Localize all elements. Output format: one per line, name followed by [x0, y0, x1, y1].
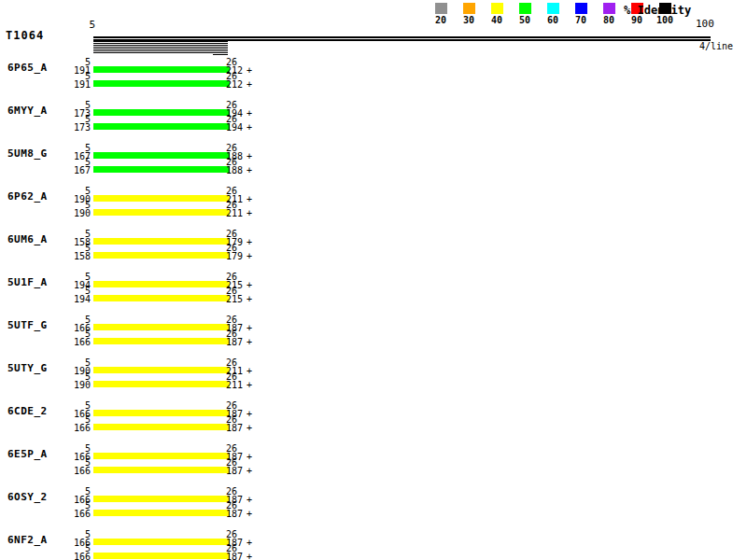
alignment-bar [93, 467, 230, 473]
legend-value: 40 [491, 16, 502, 25]
legend-value: 70 [575, 16, 586, 25]
subject-start-label: 166 [51, 553, 91, 560]
coverage-hatch-line [93, 47, 228, 48]
subject-end-label: 187 [226, 467, 243, 476]
alignment-segment: 5 26 167 188 + [0, 160, 747, 174]
alignment-bar [93, 166, 230, 173]
alignment-bar [93, 252, 230, 259]
strand-label: + [247, 166, 252, 175]
ruler-end-label: 100 [696, 19, 714, 29]
legend-value: 50 [519, 16, 530, 25]
subject-end-label: 211 [226, 381, 243, 390]
subject-start-label: 173 [51, 123, 91, 133]
subject-end-label: 211 [226, 209, 243, 218]
alignment-segment: 5 26 166 187 + [0, 546, 747, 560]
legend-value: 80 [603, 16, 614, 25]
subject-end-label: 194 [226, 123, 243, 133]
coverage-hatch-line [93, 45, 228, 46]
coverage-hatch-line [93, 50, 228, 51]
alignment-segment: 5 26 166 187 + [0, 331, 747, 345]
strand-label: + [247, 553, 252, 560]
legend-value: 90 [631, 16, 642, 25]
alignment-bar [93, 424, 230, 430]
subject-start-label: 166 [51, 467, 91, 476]
alignment-segment: 5 26 167 188 + [0, 146, 747, 160]
alignment-segment: 5 26 166 187 + [0, 446, 747, 460]
coverage-hatch-line [93, 49, 228, 49]
alignment-segment: 5 26 191 212 + [0, 60, 747, 74]
hit-row: 6MYY_A 5 26 173 194 + 5 26 173 194 + [0, 103, 747, 146]
subject-start-label: 158 [51, 252, 91, 261]
alignment-segment: 5 26 158 179 + [0, 245, 747, 259]
alignment-segment: 5 26 158 179 + [0, 231, 747, 245]
legend-value: 60 [547, 16, 558, 25]
subject-start-label: 190 [51, 381, 91, 390]
subject-end-label: 187 [226, 553, 243, 560]
subject-start-label: 191 [51, 80, 91, 90]
alignment-bar [93, 209, 230, 216]
strand-label: + [247, 467, 252, 476]
legend-swatch [547, 3, 559, 14]
alignment-bar [93, 553, 230, 559]
legend-value: 20 [435, 16, 446, 25]
hit-row: 6UM6_A 5 26 158 179 + 5 26 158 179 + [0, 231, 747, 274]
legend-swatch [575, 3, 587, 14]
hit-row: 5UTF_G 5 26 166 187 + 5 26 166 187 + [0, 317, 747, 360]
hit-row: 6CDE_2 5 26 166 187 + 5 26 166 187 + [0, 403, 747, 446]
legend-swatch [491, 3, 503, 14]
alignment-bar [93, 152, 230, 159]
alignment-segment: 5 26 190 211 + [0, 374, 747, 388]
strand-label: + [247, 252, 252, 261]
alignment-segment: 5 26 166 187 + [0, 532, 747, 546]
strand-label: + [247, 295, 252, 304]
strand-label: + [247, 80, 252, 90]
target-id: T1064 [6, 29, 44, 42]
alignment-bar [93, 238, 230, 245]
alignment-bar [93, 80, 230, 87]
alignment-segment: 5 26 166 187 + [0, 317, 747, 331]
coverage-hatch-line [93, 52, 228, 53]
hit-row: 6P65_A 5 26 191 212 + 5 26 191 212 + [0, 60, 747, 103]
subject-end-label: 187 [226, 424, 243, 433]
ruler-line-note: 4/line [699, 42, 733, 51]
subject-end-label: 187 [226, 338, 243, 347]
subject-end-label: 187 [226, 510, 243, 519]
alignment-segment: 5 26 166 187 + [0, 489, 747, 503]
alignment-bar [93, 338, 230, 344]
alignment-bar [93, 367, 230, 373]
alignment-bar [93, 281, 230, 287]
alignment-bar [93, 195, 230, 202]
hit-row: 5UTY_G 5 26 190 211 + 5 26 190 211 + [0, 360, 747, 403]
legend-value: 30 [463, 16, 474, 25]
hit-row: 5U1F_A 5 26 194 215 + 5 26 194 215 + [0, 274, 747, 317]
alignment-segment: 5 26 166 187 + [0, 417, 747, 431]
alignment-segment: 5 26 190 211 + [0, 203, 747, 217]
alignment-segment: 5 26 190 211 + [0, 360, 747, 374]
subject-end-label: 212 [226, 80, 243, 90]
alignment-bar [93, 324, 230, 330]
legend-item: 80 [595, 3, 623, 25]
legend-swatch [603, 3, 615, 14]
alignment-segment: 5 26 166 187 + [0, 403, 747, 417]
alignment-segment: 5 26 191 212 + [0, 74, 747, 88]
coverage-hatch-line-partial [213, 54, 228, 55]
legend-item: 70 [567, 3, 595, 25]
alignment-segment: 5 26 166 187 + [0, 460, 747, 474]
alignment-segment: 5 26 194 215 + [0, 274, 747, 288]
alignment-bar [93, 510, 230, 516]
hit-row: 6NF2_A 5 26 166 187 + 5 26 166 187 + [0, 532, 747, 560]
legend-item: 50 [511, 3, 539, 25]
alignment-bar [93, 381, 230, 387]
legend-item: 30 [455, 3, 483, 25]
hit-row: 5UM8_G 5 26 167 188 + 5 26 167 188 + [0, 146, 747, 189]
alignment-bar [93, 453, 230, 459]
strand-label: + [247, 338, 252, 347]
alignment-bar [93, 496, 230, 502]
alignment-segment: 5 26 190 211 + [0, 189, 747, 203]
subject-start-label: 167 [51, 166, 91, 175]
subject-start-label: 194 [51, 295, 91, 304]
alignment-segment: 5 26 173 194 + [0, 117, 747, 131]
strand-label: + [247, 209, 252, 218]
ruler-start-label: 5 [82, 20, 95, 30]
strand-label: + [247, 424, 252, 433]
